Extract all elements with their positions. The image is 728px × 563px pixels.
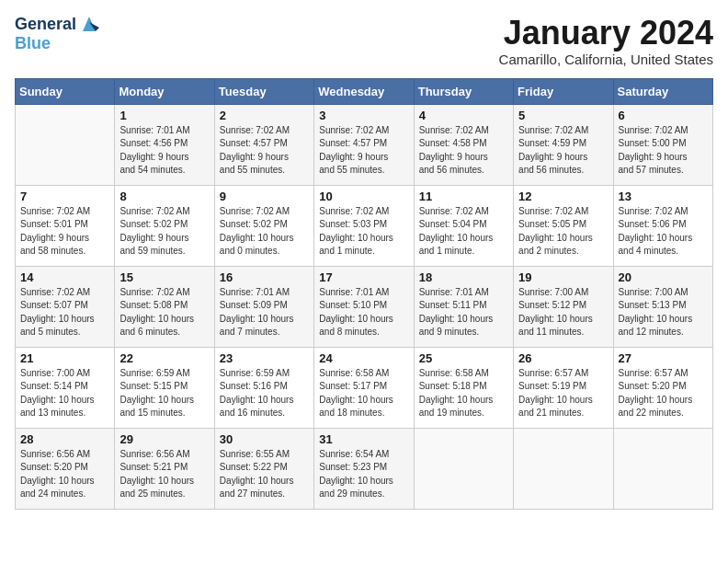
day-number: 1	[119, 109, 209, 122]
calendar-week-2: 7Sunrise: 7:02 AMSunset: 5:01 PMDaylight…	[16, 185, 713, 266]
calendar-cell: 12Sunrise: 7:02 AMSunset: 5:05 PMDayligh…	[514, 185, 613, 266]
calendar-cell: 25Sunrise: 6:58 AMSunset: 5:18 PMDayligh…	[414, 347, 513, 428]
calendar-body: 1Sunrise: 7:01 AMSunset: 4:56 PMDaylight…	[16, 104, 713, 509]
day-number: 7	[20, 190, 109, 203]
day-info: Sunrise: 7:02 AMSunset: 5:08 PMDaylight:…	[119, 286, 209, 339]
day-number: 25	[419, 351, 508, 365]
day-info: Sunrise: 7:02 AMSunset: 4:57 PMDaylight:…	[220, 124, 309, 178]
calendar-cell: 24Sunrise: 6:58 AMSunset: 5:17 PMDayligh…	[314, 347, 414, 428]
calendar-cell: 22Sunrise: 6:59 AMSunset: 5:15 PMDayligh…	[115, 347, 214, 428]
day-number: 14	[20, 270, 109, 284]
day-info: Sunrise: 7:02 AMSunset: 5:03 PMDaylight:…	[319, 205, 408, 259]
calendar-cell: 11Sunrise: 7:02 AMSunset: 5:04 PMDayligh…	[414, 185, 513, 266]
day-number: 28	[20, 432, 109, 446]
day-number: 5	[518, 109, 608, 122]
day-info: Sunrise: 6:58 AMSunset: 5:18 PMDaylight:…	[419, 367, 508, 420]
day-number: 26	[518, 351, 608, 365]
day-number: 29	[119, 432, 209, 446]
calendar-cell: 16Sunrise: 7:01 AMSunset: 5:09 PMDayligh…	[214, 266, 313, 347]
day-number: 8	[119, 190, 209, 203]
day-number: 17	[319, 270, 408, 284]
calendar-cell: 19Sunrise: 7:00 AMSunset: 5:12 PMDayligh…	[514, 266, 613, 347]
calendar-cell: 4Sunrise: 7:02 AMSunset: 4:58 PMDaylight…	[414, 104, 513, 185]
calendar-cell: 5Sunrise: 7:02 AMSunset: 4:59 PMDaylight…	[514, 104, 613, 185]
calendar-week-3: 14Sunrise: 7:02 AMSunset: 5:07 PMDayligh…	[16, 266, 713, 347]
calendar-cell: 23Sunrise: 6:59 AMSunset: 5:16 PMDayligh…	[214, 347, 313, 428]
calendar-cell: 20Sunrise: 7:00 AMSunset: 5:13 PMDayligh…	[613, 266, 712, 347]
day-info: Sunrise: 7:01 AMSunset: 5:09 PMDaylight:…	[220, 286, 309, 339]
calendar-cell: 17Sunrise: 7:01 AMSunset: 5:10 PMDayligh…	[314, 266, 414, 347]
logo-text: General Blue	[15, 15, 99, 53]
calendar-cell: 7Sunrise: 7:02 AMSunset: 5:01 PMDaylight…	[16, 185, 115, 266]
day-number: 20	[619, 270, 708, 284]
day-info: Sunrise: 7:01 AMSunset: 4:56 PMDaylight:…	[119, 124, 209, 178]
weekday-header-friday: Friday	[514, 78, 613, 104]
title-block: January 2024 Camarillo, California, Unit…	[499, 15, 713, 67]
logo: General Blue	[15, 15, 99, 53]
calendar-cell: 13Sunrise: 7:02 AMSunset: 5:06 PMDayligh…	[613, 185, 712, 266]
day-number: 4	[419, 109, 508, 122]
calendar-cell: 31Sunrise: 6:54 AMSunset: 5:23 PMDayligh…	[314, 428, 414, 509]
day-info: Sunrise: 7:02 AMSunset: 5:02 PMDaylight:…	[119, 205, 209, 259]
day-info: Sunrise: 7:02 AMSunset: 5:02 PMDaylight:…	[220, 205, 309, 259]
calendar-cell: 9Sunrise: 7:02 AMSunset: 5:02 PMDaylight…	[214, 185, 313, 266]
day-info: Sunrise: 6:56 AMSunset: 5:21 PMDaylight:…	[119, 448, 209, 501]
calendar-cell	[514, 428, 613, 509]
calendar-cell	[613, 428, 712, 509]
day-info: Sunrise: 7:02 AMSunset: 5:06 PMDaylight:…	[619, 205, 708, 259]
day-info: Sunrise: 6:57 AMSunset: 5:20 PMDaylight:…	[619, 367, 708, 420]
calendar-cell: 1Sunrise: 7:01 AMSunset: 4:56 PMDaylight…	[115, 104, 214, 185]
calendar-cell: 3Sunrise: 7:02 AMSunset: 4:57 PMDaylight…	[314, 104, 414, 185]
day-number: 18	[419, 270, 508, 284]
weekday-header-row: SundayMondayTuesdayWednesdayThursdayFrid…	[16, 78, 713, 104]
day-number: 13	[619, 190, 708, 203]
day-number: 22	[119, 351, 209, 365]
day-info: Sunrise: 6:57 AMSunset: 5:19 PMDaylight:…	[518, 367, 608, 420]
day-info: Sunrise: 7:02 AMSunset: 4:58 PMDaylight:…	[419, 124, 508, 178]
calendar-week-4: 21Sunrise: 7:00 AMSunset: 5:14 PMDayligh…	[16, 347, 713, 428]
calendar-week-5: 28Sunrise: 6:56 AMSunset: 5:20 PMDayligh…	[16, 428, 713, 509]
day-number: 24	[319, 351, 408, 365]
calendar-cell: 14Sunrise: 7:02 AMSunset: 5:07 PMDayligh…	[16, 266, 115, 347]
day-info: Sunrise: 7:02 AMSunset: 5:07 PMDaylight:…	[20, 286, 109, 339]
day-number: 16	[220, 270, 309, 284]
day-number: 12	[518, 190, 608, 203]
day-info: Sunrise: 6:54 AMSunset: 5:23 PMDaylight:…	[319, 448, 408, 501]
calendar-cell: 8Sunrise: 7:02 AMSunset: 5:02 PMDaylight…	[115, 185, 214, 266]
weekday-header-wednesday: Wednesday	[314, 78, 414, 104]
calendar-cell: 27Sunrise: 6:57 AMSunset: 5:20 PMDayligh…	[613, 347, 712, 428]
day-number: 2	[220, 109, 309, 122]
day-number: 15	[119, 270, 209, 284]
day-number: 21	[20, 351, 109, 365]
weekday-header-sunday: Sunday	[16, 78, 115, 104]
day-info: Sunrise: 6:55 AMSunset: 5:22 PMDaylight:…	[220, 448, 309, 501]
day-number: 3	[319, 109, 408, 122]
day-info: Sunrise: 7:02 AMSunset: 4:59 PMDaylight:…	[518, 124, 608, 178]
day-info: Sunrise: 7:02 AMSunset: 5:04 PMDaylight:…	[419, 205, 508, 259]
day-number: 6	[619, 109, 708, 122]
day-number: 19	[518, 270, 608, 284]
calendar-cell: 26Sunrise: 6:57 AMSunset: 5:19 PMDayligh…	[514, 347, 613, 428]
calendar-cell: 18Sunrise: 7:01 AMSunset: 5:11 PMDayligh…	[414, 266, 513, 347]
day-number: 30	[220, 432, 309, 446]
calendar-cell: 28Sunrise: 6:56 AMSunset: 5:20 PMDayligh…	[16, 428, 115, 509]
day-info: Sunrise: 6:59 AMSunset: 5:15 PMDaylight:…	[119, 367, 209, 420]
day-number: 9	[220, 190, 309, 203]
calendar-cell	[414, 428, 513, 509]
day-info: Sunrise: 7:02 AMSunset: 4:57 PMDaylight:…	[319, 124, 408, 178]
day-number: 10	[319, 190, 408, 203]
calendar-cell: 15Sunrise: 7:02 AMSunset: 5:08 PMDayligh…	[115, 266, 214, 347]
day-info: Sunrise: 7:01 AMSunset: 5:10 PMDaylight:…	[319, 286, 408, 339]
calendar-cell: 10Sunrise: 7:02 AMSunset: 5:03 PMDayligh…	[314, 185, 414, 266]
calendar-cell: 2Sunrise: 7:02 AMSunset: 4:57 PMDaylight…	[214, 104, 313, 185]
calendar-cell	[16, 104, 115, 185]
day-info: Sunrise: 6:59 AMSunset: 5:16 PMDaylight:…	[220, 367, 309, 420]
weekday-header-tuesday: Tuesday	[214, 78, 313, 104]
calendar-cell: 6Sunrise: 7:02 AMSunset: 5:00 PMDaylight…	[613, 104, 712, 185]
calendar-cell: 21Sunrise: 7:00 AMSunset: 5:14 PMDayligh…	[16, 347, 115, 428]
day-number: 23	[220, 351, 309, 365]
day-info: Sunrise: 7:02 AMSunset: 5:05 PMDaylight:…	[518, 205, 608, 259]
day-info: Sunrise: 6:58 AMSunset: 5:17 PMDaylight:…	[319, 367, 408, 420]
page-header: General Blue January 2024 Camarillo, Cal…	[15, 15, 713, 67]
day-info: Sunrise: 7:01 AMSunset: 5:11 PMDaylight:…	[419, 286, 508, 339]
